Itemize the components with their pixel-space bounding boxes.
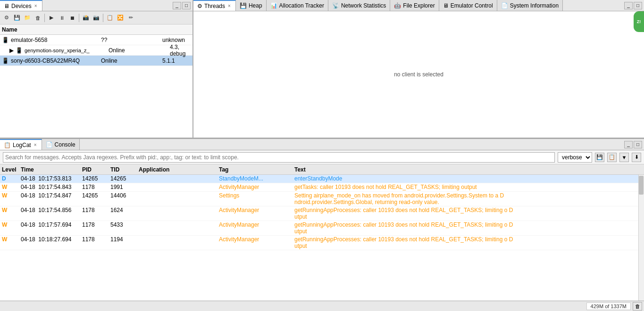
logcat-minimize-btn[interactable]: _ [624, 141, 633, 148]
logcat-tab-close[interactable]: × [33, 142, 38, 147]
logcat-save-btn[interactable]: 💾 [595, 153, 604, 162]
system-tab-label: System Information [510, 2, 559, 9]
log-time-3: 04-18 10:17:54.856 [21, 207, 82, 213]
tab-logcat[interactable]: 📋 LogCat × [0, 139, 42, 150]
device-label-emulator: emulator-5658 [11, 37, 47, 43]
device-label-genymotion: genymotion-sony_xperia_z_ [25, 48, 90, 53]
log-row-3[interactable]: W 04-18 10:17:54.856 1178 1624 ActivityM… [0, 206, 644, 221]
devices-tab[interactable]: 🖥 Devices × [0, 0, 42, 11]
log-row-0[interactable]: D 04-18 10:17:53.813 14265 14265 Standby… [0, 175, 644, 183]
device-extra-genymotion: 4.3, debug [170, 44, 191, 57]
allocation-tab-icon: 📊 [270, 2, 277, 9]
log-row-4[interactable]: W 04-18 10:17:57.694 1178 5433 ActivityM… [0, 221, 644, 236]
logcat-filter-btn[interactable]: ▼ [619, 153, 629, 162]
logcat-tab-bar: 📋 LogCat × 📄 Console _ □ [0, 139, 644, 150]
threads-tab-close[interactable]: × [227, 3, 232, 8]
devices-maximize-btn[interactable]: □ [182, 2, 191, 9]
console-tab-label: Console [55, 141, 75, 148]
log-time-5: 04-18 10:18:27.694 [21, 236, 82, 243]
logcat-tab-label: LogCat [13, 142, 31, 148]
tab-console[interactable]: 📄 Console [42, 139, 80, 150]
toolbar-delete-btn[interactable]: 🗑 [33, 13, 42, 23]
log-row-1[interactable]: W 04-18 10:17:54.843 1178 1991 ActivityM… [0, 183, 644, 192]
verbose-dropdown[interactable]: verbose debug info warn error [558, 152, 592, 163]
devices-toolbar: ⚙ 💾 📁 🗑 ▶ ⏸ ⏹ 📸 📷 📋 🔀 ✏ [0, 11, 192, 25]
log-tid-4: 5433 [110, 221, 139, 228]
devices-window-controls: _ □ [173, 2, 192, 9]
log-scrollbar-track[interactable] [638, 175, 644, 301]
device-name-emulator: 📱 emulator-5658 [2, 37, 101, 43]
tab-file-explorer[interactable]: 🤖 File Explorer [390, 0, 439, 11]
log-tag-2: Settings [219, 192, 294, 199]
toolbar-merge-btn[interactable]: 🔀 [116, 13, 125, 23]
devices-panel: 🖥 Devices × _ □ ⚙ 💾 📁 🗑 ▶ ⏸ ⏹ 📸 📷 📋 � [0, 0, 193, 138]
log-level-4: W [2, 221, 21, 228]
emulator-tab-label: Emulator Control [451, 2, 493, 9]
toolbar-debug-btn[interactable]: ⚙ [2, 13, 11, 23]
logcat-toolbar: verbose debug info warn error 💾 📋 ▼ ⬇ [0, 150, 644, 164]
device-row-genymotion[interactable]: ▶ 📱 genymotion-sony_xperia_z_ Online 4.3… [0, 45, 192, 56]
log-level-5: W [2, 236, 21, 243]
devices-tab-icon: 🖥 [4, 3, 9, 9]
logcat-search-input[interactable] [3, 152, 555, 163]
logcat-clear-btn[interactable]: 📋 [607, 153, 617, 162]
devices-minimize-btn[interactable]: _ [173, 2, 181, 9]
log-text-3: getRunningAppProcesses: caller 10193 doe… [294, 207, 642, 220]
tab-network-statistics[interactable]: 📡 Network Statistics [328, 0, 390, 11]
tab-heap[interactable]: 💾 Heap [236, 0, 267, 11]
log-pid-5: 1178 [82, 236, 110, 243]
device-table-header: Name [0, 25, 192, 35]
log-table: Level Time PID TID Application Tag Text … [0, 164, 644, 301]
device-row-sony[interactable]: 📱 sony-d6503-CB5A22MR4Q Online 5.1.1 [0, 56, 192, 66]
allocation-tab-label: Allocation Tracker [279, 2, 324, 9]
devices-tab-close[interactable]: × [33, 3, 38, 8]
toolbar-stop-btn[interactable]: ⏹ [67, 13, 77, 23]
toolbar-pause-btn[interactable]: ⏸ [57, 13, 67, 23]
log-scrollbar-thumb[interactable] [639, 176, 644, 195]
device-label-sony: sony-d6503-CB5A22MR4Q [11, 57, 80, 64]
toolbar-layout-btn[interactable]: 📋 [105, 13, 115, 23]
main-maximize-btn[interactable]: □ [634, 2, 642, 9]
toolbar-camera-btn[interactable]: 📷 [92, 13, 101, 23]
tab-allocation-tracker[interactable]: 📊 Allocation Tracker [267, 0, 328, 11]
tab-emulator-control[interactable]: 🖥 Emulator Control [439, 0, 497, 11]
network-tab-label: Network Statistics [341, 2, 386, 9]
log-tag-0: StandbyModeM... [219, 175, 294, 182]
toolbar-folder-btn[interactable]: 📁 [23, 13, 32, 23]
log-tag-1: ActivityManager [219, 184, 294, 190]
memory-status: 429M of 1337M [586, 303, 631, 310]
devices-tab-label: Devices [11, 3, 32, 9]
log-col-level-header: Level [2, 166, 21, 173]
tab-threads[interactable]: ⚙ Threads × [193, 0, 236, 11]
log-body: D 04-18 10:17:53.813 14265 14265 Standby… [0, 175, 644, 301]
devices-tab-bar: 🖥 Devices × _ □ [0, 0, 192, 11]
log-time-1: 04-18 10:17:54.843 [21, 184, 82, 190]
toolbar-save-btn[interactable]: 💾 [12, 13, 22, 23]
main-minimize-btn[interactable]: _ [624, 2, 633, 9]
device-status-sony: Online [101, 57, 134, 64]
toolbar-edit-btn[interactable]: ✏ [126, 13, 135, 23]
tab-system-information[interactable]: 📄 System Information [497, 0, 563, 11]
logcat-window-controls: _ □ [624, 141, 644, 148]
logcat-scroll-btn[interactable]: ⬇ [632, 153, 641, 162]
log-row-2[interactable]: W 04-18 10:17:54.847 14265 14406 Setting… [0, 192, 644, 206]
device-name-genymotion: ▶ 📱 genymotion-sony_xperia_z_ [9, 47, 109, 54]
device-icon-genymotion: 📱 [16, 47, 23, 54]
log-tid-0: 14265 [110, 175, 139, 182]
logcat-maximize-btn[interactable]: □ [634, 141, 642, 148]
device-extra-emulator: unknown [162, 37, 191, 43]
log-text-0: enterStandbyMode [294, 175, 642, 182]
log-text-4: getRunningAppProcesses: caller 10193 doe… [294, 221, 642, 235]
log-pid-1: 1178 [82, 184, 110, 190]
log-pid-4: 1178 [82, 221, 110, 228]
log-tid-2: 14406 [110, 192, 139, 199]
toolbar-screenshot-btn[interactable]: 📸 [81, 13, 91, 23]
threads-tab-icon: ⚙ [197, 3, 202, 9]
toolbar-play-btn[interactable]: ▶ [47, 13, 56, 23]
log-row-5[interactable]: W 04-18 10:18:27.694 1178 1194 ActivityM… [0, 236, 644, 250]
status-trash-btn[interactable]: 🗑 [633, 302, 642, 311]
log-text-2: Setting airplane_mode_on has moved from … [294, 192, 642, 205]
log-pid-2: 14265 [82, 192, 110, 199]
green-avatar: Z! [634, 11, 644, 32]
device-row-emulator[interactable]: 📱 emulator-5658 ?? unknown [0, 35, 192, 45]
